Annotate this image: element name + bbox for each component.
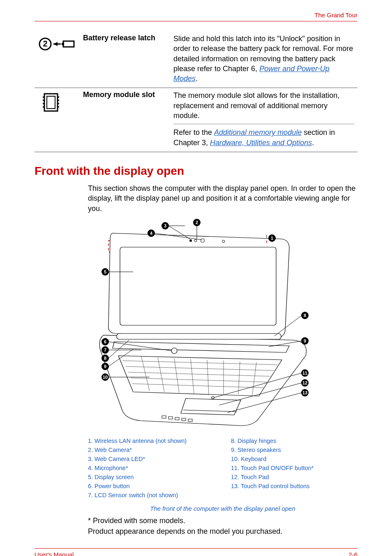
svg-text:10: 10 — [103, 375, 108, 380]
svg-rect-4 — [63, 41, 74, 47]
legend-item: 10. Keyboard — [231, 456, 357, 462]
legend-item: 12. Touch Pad — [231, 474, 357, 480]
legend-left-col: 1. Wireless LAN antenna (not shown) 2. W… — [88, 438, 214, 501]
footer-page-number: 2-6 — [348, 551, 357, 556]
svg-rect-39 — [162, 416, 166, 418]
svg-rect-22 — [117, 334, 281, 339]
memory-slot-icon-cell — [35, 88, 80, 152]
svg-rect-7 — [47, 96, 55, 109]
hardware-utilities-link[interactable]: Hardware, Utilities and Options — [210, 139, 312, 147]
svg-point-21 — [222, 240, 225, 243]
models-footnote: * Provided with some models. — [88, 515, 357, 526]
svg-text:8: 8 — [304, 313, 306, 318]
page-footer: User's Manual 2-6 — [35, 548, 357, 556]
svg-text:2: 2 — [196, 220, 198, 225]
svg-rect-43 — [188, 419, 192, 422]
desc-tail: . — [312, 139, 314, 147]
legend-item: 2. Web Camera* — [88, 447, 214, 453]
svg-text:2: 2 — [43, 39, 47, 48]
feature-description: The memory module slot allows for the in… — [170, 88, 357, 152]
legend-item: 3. Web Camera LED* — [88, 456, 214, 462]
svg-rect-40 — [168, 417, 173, 419]
svg-text:9: 9 — [304, 338, 306, 343]
svg-text:11: 11 — [302, 371, 307, 375]
svg-rect-42 — [182, 418, 186, 421]
svg-text:9: 9 — [104, 364, 106, 369]
figure-caption: The front of the computer with the displ… — [88, 505, 357, 512]
legend-item: 11. Touch Pad ON/OFF button* — [231, 465, 357, 471]
feature-description: Slide and hold this latch into its "Unlo… — [170, 31, 357, 88]
svg-text:5: 5 — [104, 269, 106, 274]
legend-right-col: 8. Display hinges 9. Stereo speakers 10.… — [231, 438, 357, 501]
svg-rect-41 — [175, 417, 179, 420]
legend-item: 5. Display screen — [88, 474, 214, 480]
battery-release-latch-icon: 2 — [38, 34, 76, 54]
svg-point-18 — [189, 239, 192, 242]
table-row: 2 Battery release latch Slide and hold t… — [35, 31, 357, 88]
svg-point-23 — [171, 348, 177, 354]
legend-item: 9. Stereo speakers — [231, 447, 357, 453]
svg-text:4: 4 — [150, 231, 153, 236]
svg-text:7: 7 — [104, 348, 106, 352]
legend-item: 7. LCD Sensor switch (not shown) — [88, 492, 214, 498]
appearance-note: Product appearance depends on the model … — [88, 526, 357, 537]
svg-text:13: 13 — [302, 390, 307, 395]
legend-item: 4. Microphone* — [88, 465, 214, 471]
svg-text:3: 3 — [164, 223, 166, 228]
footer-left: User's Manual — [35, 551, 74, 556]
features-table: 2 Battery release latch Slide and hold t… — [35, 31, 357, 152]
feature-name: Battery release latch — [80, 31, 170, 88]
svg-text:6: 6 — [104, 339, 106, 344]
svg-point-19 — [194, 239, 197, 242]
svg-rect-20 — [201, 239, 204, 242]
figure-legend: 1. Wireless LAN antenna (not shown) 2. W… — [88, 438, 357, 512]
legend-item: 1. Wireless LAN antenna (not shown) — [88, 438, 214, 444]
laptop-figure: 1 2 3 4 5 6 7 8 9 10 8 9 11 — [88, 218, 357, 434]
feature-name: Memory module slot — [80, 88, 170, 152]
svg-text:1: 1 — [271, 236, 273, 241]
section-heading: Front with the display open — [35, 164, 357, 178]
desc-text: The memory module slot allows for the in… — [173, 91, 339, 120]
intro-paragraph: This section shows the computer with the… — [88, 183, 357, 213]
svg-text:12: 12 — [302, 380, 307, 385]
svg-marker-3 — [53, 42, 58, 46]
desc-tail: . — [196, 74, 198, 83]
svg-rect-17 — [120, 247, 276, 325]
legend-item: 13. Touch Pad control buttons — [231, 483, 357, 489]
page-header: The Grand Tour — [35, 12, 357, 21]
svg-rect-5 — [62, 43, 64, 45]
table-row: Memory module slot The memory module slo… — [35, 88, 357, 152]
battery-latch-icon-cell: 2 — [35, 31, 80, 88]
desc-text: Refer to the — [173, 128, 214, 137]
legend-item: 6. Power button — [88, 483, 214, 489]
legend-item: 8. Display hinges — [231, 438, 357, 444]
svg-text:8: 8 — [104, 356, 106, 361]
additional-memory-link[interactable]: Additional memory module — [214, 128, 302, 137]
header-section-title: The Grand Tour — [314, 12, 357, 19]
memory-module-icon — [38, 90, 76, 114]
